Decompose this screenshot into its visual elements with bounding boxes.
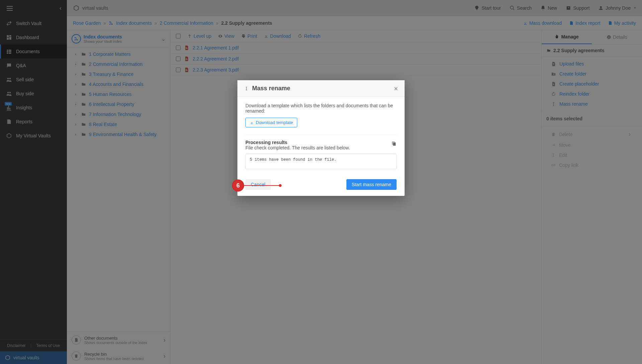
copy-icon[interactable] bbox=[391, 141, 397, 146]
modal-title: Mass rename bbox=[252, 85, 290, 92]
start-mass-rename-button[interactable]: Start mass rename bbox=[346, 179, 397, 190]
modal-backdrop: Mass rename × Download a template which … bbox=[0, 0, 642, 364]
cancel-button[interactable]: Cancel bbox=[245, 179, 271, 190]
close-icon[interactable]: × bbox=[394, 85, 398, 92]
processing-results-head: Processing results bbox=[245, 140, 391, 145]
modal-intro: Download a template which lists the fold… bbox=[245, 103, 397, 114]
results-box: 5 items have been found in the file. bbox=[245, 154, 397, 169]
mass-rename-modal: Mass rename × Download a template which … bbox=[237, 80, 405, 196]
download-icon bbox=[250, 121, 254, 125]
download-template-button[interactable]: Download template bbox=[245, 118, 297, 127]
text-cursor-icon bbox=[244, 86, 249, 91]
processing-results-sub: File check completed. The results are li… bbox=[245, 145, 391, 150]
